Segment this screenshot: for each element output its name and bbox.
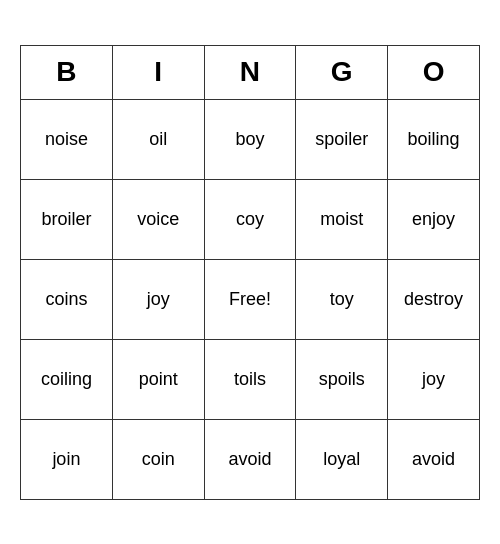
cell-1-0: broiler — [21, 179, 113, 259]
cell-3-3: spoils — [296, 339, 388, 419]
cell-1-2: coy — [204, 179, 296, 259]
table-row: coilingpointtoilsspoilsjoy — [21, 339, 480, 419]
cell-3-2: toils — [204, 339, 296, 419]
cell-1-1: voice — [112, 179, 204, 259]
cell-1-3: moist — [296, 179, 388, 259]
cell-4-1: coin — [112, 419, 204, 499]
cell-0-3: spoiler — [296, 99, 388, 179]
col-n: N — [204, 45, 296, 99]
cell-4-4: avoid — [388, 419, 480, 499]
cell-0-2: boy — [204, 99, 296, 179]
col-b: B — [21, 45, 113, 99]
cell-2-0: coins — [21, 259, 113, 339]
cell-4-3: loyal — [296, 419, 388, 499]
cell-2-2: Free! — [204, 259, 296, 339]
cell-4-2: avoid — [204, 419, 296, 499]
table-row: coinsjoyFree!toydestroy — [21, 259, 480, 339]
cell-2-1: joy — [112, 259, 204, 339]
cell-4-0: join — [21, 419, 113, 499]
bingo-card: B I N G O noiseoilboyspoilerboilingbroil… — [20, 45, 480, 500]
cell-3-0: coiling — [21, 339, 113, 419]
table-row: joincoinavoidloyalavoid — [21, 419, 480, 499]
bingo-body: noiseoilboyspoilerboilingbroilervoicecoy… — [21, 99, 480, 499]
cell-3-4: joy — [388, 339, 480, 419]
bingo-table: B I N G O noiseoilboyspoilerboilingbroil… — [20, 45, 480, 500]
table-row: noiseoilboyspoilerboiling — [21, 99, 480, 179]
col-o: O — [388, 45, 480, 99]
header-row: B I N G O — [21, 45, 480, 99]
cell-3-1: point — [112, 339, 204, 419]
cell-0-4: boiling — [388, 99, 480, 179]
cell-2-3: toy — [296, 259, 388, 339]
cell-1-4: enjoy — [388, 179, 480, 259]
cell-2-4: destroy — [388, 259, 480, 339]
col-i: I — [112, 45, 204, 99]
col-g: G — [296, 45, 388, 99]
cell-0-1: oil — [112, 99, 204, 179]
cell-0-0: noise — [21, 99, 113, 179]
table-row: broilervoicecoymoistenjoy — [21, 179, 480, 259]
